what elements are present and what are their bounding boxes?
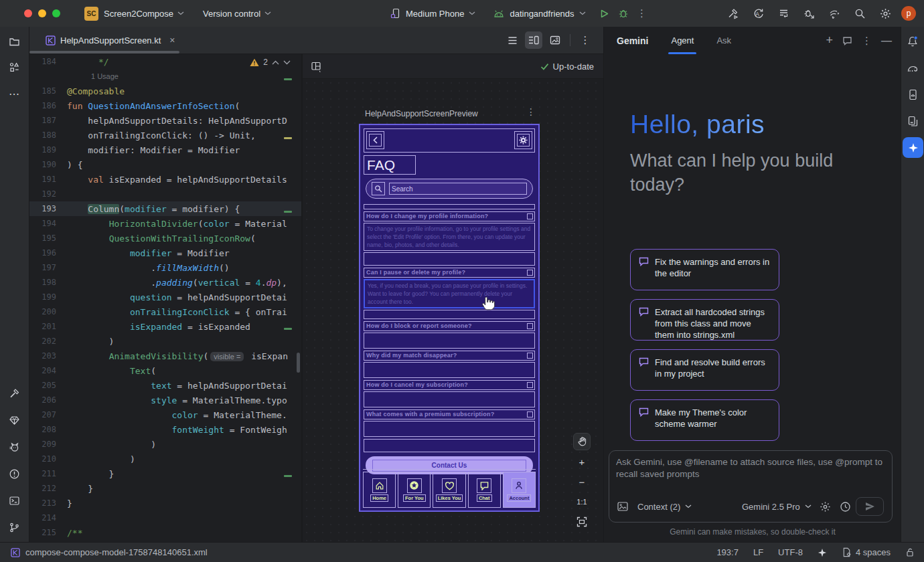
close-tab-icon[interactable]: × [169,35,175,45]
code-line[interactable]: 212 } [29,481,301,496]
logcat-tool-button[interactable] [5,438,24,456]
nav-item-for-you[interactable]: For You [398,472,431,508]
preview-name-label[interactable]: HelpAndSupportScreenPreview [365,109,478,118]
code-editor[interactable]: 184 */1 Usage185@Composable186fun Questi… [29,54,301,542]
prev-problem-icon[interactable] [272,60,279,65]
context-selector[interactable]: Context (2) [637,502,692,512]
minimize-window-button[interactable] [38,9,46,17]
faq-question-row[interactable]: How do I block or report someone? [364,321,535,331]
code-line[interactable]: 189 modifier: Modifier = Modifier [29,143,301,157]
stripe-mark-green[interactable] [284,211,292,213]
prompt-history-icon[interactable] [840,501,851,512]
pan-tool-button[interactable] [573,433,591,450]
encoding-widget[interactable]: UTF-8 [778,547,803,557]
suggestion-card[interactable]: Fix the warnings and errors in the edito… [630,249,779,290]
code-line[interactable]: 211 } [29,466,301,481]
notifications-button[interactable] [903,32,922,51]
suggestion-card[interactable]: Find and resolve build errors in my proj… [630,349,779,391]
zoom-out-button[interactable]: − [573,473,591,490]
inspection-widget[interactable]: 2 [250,58,291,67]
code-line[interactable]: 190) { [29,157,301,172]
code-line[interactable]: 213} [29,496,301,510]
indent-widget[interactable]: 4 spaces [842,547,891,557]
nav-item-likes-you[interactable]: Likes You [433,472,465,508]
faq-answer[interactable]: Yes, if you need a break, you can pause … [364,279,535,308]
code-line[interactable]: 209 ) [29,437,301,452]
statusbar-file[interactable]: compose-compose-model-1758748140651.xml [11,547,208,557]
code-line[interactable]: 206 style = MaterialTheme.typo [29,393,301,407]
gemini-options-icon[interactable]: ⋮ [862,35,872,47]
code-line[interactable]: 200 onTrailingIconClick = { onTrai [29,304,301,319]
tab-scrollbar[interactable] [29,51,179,54]
code-line[interactable]: 199 question = helpAndSupportDetai [29,290,301,304]
next-problem-icon[interactable] [283,60,291,65]
code-line[interactable]: 192 [29,187,301,201]
build-tool-button[interactable] [5,384,24,403]
expand-toggle-icon[interactable] [527,270,533,276]
expand-toggle-icon[interactable] [527,382,533,388]
preview-layout-button[interactable] [311,61,322,72]
code-line[interactable]: 205 text = helpAndSupportDetai [29,378,301,393]
code-line[interactable]: 215/** [29,525,301,540]
code-line[interactable]: 187 helpAndSupportDetails: HelpAndSuppor… [29,113,301,128]
run-button[interactable] [595,4,614,23]
code-line[interactable]: 210 ) [29,452,301,466]
code-line[interactable]: 1 Usage [29,69,301,84]
settings-button-preview[interactable] [514,131,532,149]
code-line[interactable]: 214 [29,510,301,525]
nav-item-account[interactable]: Account [503,472,536,508]
gemini-settings-icon[interactable] [820,501,831,512]
run-configuration-selector[interactable]: datingandfriends [493,9,585,19]
expand-toggle-icon[interactable] [527,353,533,359]
version-control-tool-button[interactable] [5,518,24,537]
code-line[interactable]: 203 AnimatedVisibility(visible = isExpan [29,349,301,363]
tab-agent[interactable]: Agent [671,27,694,54]
attach-debugger-button[interactable] [799,4,818,23]
code-line[interactable]: 201 isExpanded = isExpanded [29,319,301,334]
vcs-menu[interactable]: Version control [203,9,271,19]
readonly-toggle[interactable] [905,547,915,557]
preview-options-icon[interactable]: ⋮ [526,106,536,117]
code-line[interactable]: 208 fontWeight = FontWeigh [29,422,301,437]
build-project-button[interactable] [723,4,742,23]
code-line[interactable]: 185@Composable [29,84,301,98]
expand-toggle-icon[interactable] [527,411,533,417]
editor-scrollbar[interactable] [297,353,300,373]
suggestion-card[interactable]: Make my Theme's color scheme warmer [630,399,779,441]
problems-tool-button[interactable] [5,464,24,483]
code-line[interactable]: 204 Text( [29,363,301,378]
device-streaming-button[interactable] [825,4,844,23]
send-prompt-button[interactable] [856,497,884,516]
device-manager-button[interactable] [903,112,922,130]
project-tool-button[interactable] [5,32,24,51]
attach-image-icon[interactable] [617,502,628,511]
tab-helpandsupportscreen[interactable]: HelpAndSupportScreen.kt × [37,27,183,54]
code-line[interactable]: 191 val isExpanded = helpAndSupportDetai… [29,172,301,187]
stripe-mark-green[interactable] [284,475,292,477]
suggestion-card[interactable]: Extract all hardcoded strings from this … [630,299,779,341]
device-selector[interactable]: Medium Phone [390,8,475,19]
faq-question-row[interactable]: How do I change my profile information? [364,211,535,221]
stripe-mark-yellow[interactable] [284,137,292,139]
caret-position-widget[interactable]: 193:7 [716,547,739,557]
search-input[interactable]: Search [389,183,527,195]
chat-history-icon[interactable] [842,36,852,45]
search-everywhere-button[interactable] [850,4,869,23]
new-chat-button[interactable]: + [826,33,833,48]
app-quality-insights-button[interactable] [5,411,24,430]
code-line[interactable]: 202 ) [29,334,301,349]
code-line[interactable]: 197 .fillMaxWidth() [29,260,301,275]
user-avatar[interactable]: p [901,6,916,21]
faq-question-row[interactable]: Why did my match disappear? [364,351,535,361]
preview-sync-status[interactable]: Up-to-date [540,62,594,72]
running-devices-button[interactable] [903,85,922,104]
split-view-button[interactable] [525,31,542,49]
gradle-tool-button[interactable] [903,58,922,77]
search-bar[interactable]: Search [366,179,533,199]
structure-tool-button[interactable] [5,58,24,76]
build-variants-button[interactable] [774,4,793,23]
code-view-button[interactable] [504,31,521,49]
code-line[interactable]: 195 QuestionWithTrailingIconRow( [29,231,301,246]
code-line[interactable]: 194 HorizontalDivider(color = Material [29,216,301,231]
expand-toggle-icon[interactable] [527,323,533,329]
